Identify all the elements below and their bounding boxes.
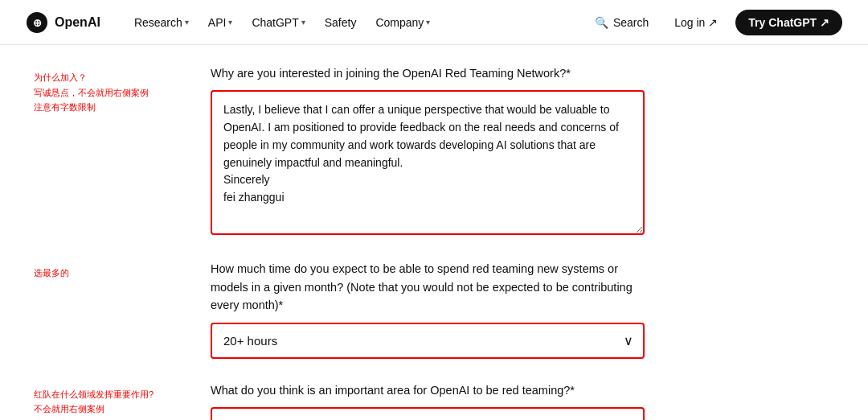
form-block-time: How much time do you expect to be able t… [211, 260, 834, 358]
annotation-why-join-block: 为什么加入？ 写诚恳点，不会就用右侧案例 注意有字数限制 [34, 71, 194, 114]
nav-company-chevron: ▾ [426, 18, 430, 27]
form-row-why-join: 为什么加入？ 写诚恳点，不会就用右侧案例 注意有字数限制 Why are you… [34, 64, 834, 237]
nav-api-chevron: ▾ [228, 18, 232, 27]
nav-right: 🔍 Search Log in ↗ Try ChatGPT ↗ [587, 10, 842, 35]
login-button[interactable]: Log in ↗ [666, 11, 726, 34]
q2-label: How much time do you expect to be able t… [211, 260, 645, 314]
openai-wordmark: OpenAI [55, 15, 100, 30]
openai-logo[interactable]: ⊕ OpenAI [26, 11, 100, 34]
navigation: ⊕ OpenAI Research ▾ API ▾ ChatGPT ▾ Safe… [0, 0, 868, 45]
form-block-important-area: What do you think is an important area f… [211, 381, 834, 420]
annotation-important-line2: 不会就用右侧案例 [34, 402, 194, 416]
annotation-time-block: 选最多的 [34, 266, 194, 280]
nav-api[interactable]: API ▾ [200, 11, 241, 34]
annotation-why-join-line3: 注意有字数限制 [34, 101, 194, 114]
q3-textarea[interactable] [211, 407, 645, 420]
annotation-why-join-line1: 为什么加入？ [34, 71, 194, 84]
nav-research-chevron: ▾ [185, 18, 189, 27]
search-label: Search [613, 16, 649, 29]
search-icon: 🔍 [595, 16, 608, 29]
q3-textarea-wrapper [211, 407, 645, 420]
nav-research[interactable]: Research ▾ [126, 11, 197, 34]
form-row-time: 选最多的 How much time do you expect to be a… [34, 260, 834, 358]
annotation-important-block: 红队在什么领域发挥重要作用? 不会就用右侧案例 注意有字数限制 [34, 388, 194, 420]
q1-label: Why are you interested in joining the Op… [211, 64, 645, 82]
q1-textarea[interactable] [211, 90, 645, 235]
nav-company[interactable]: Company ▾ [367, 11, 438, 34]
q3-label: What do you think is an important area f… [211, 381, 645, 399]
nav-safety[interactable]: Safety [317, 11, 365, 34]
q1-textarea-wrapper [211, 90, 645, 237]
annotation-important-line1: 红队在什么领域发挥重要作用? [34, 388, 194, 401]
q2-select[interactable]: 20+ hours 10–20 hours 5–10 hours 1–5 hou… [211, 323, 645, 359]
annotation-time-line1: 选最多的 [34, 266, 194, 280]
nav-chatgpt[interactable]: ChatGPT ▾ [244, 11, 313, 34]
nav-company-label: Company [375, 16, 424, 29]
nav-links: Research ▾ API ▾ ChatGPT ▾ Safety Compan… [126, 11, 587, 34]
form-block-why-join: Why are you interested in joining the Op… [211, 64, 834, 237]
nav-chatgpt-label: ChatGPT [252, 16, 298, 29]
annotation-why-join: 为什么加入？ 写诚恳点，不会就用右侧案例 注意有字数限制 [34, 64, 211, 114]
main-content: 为什么加入？ 写诚恳点，不会就用右侧案例 注意有字数限制 Why are you… [8, 45, 860, 420]
nav-safety-label: Safety [325, 16, 357, 29]
annotation-why-join-line2: 写诚恳点，不会就用右侧案例 [34, 86, 194, 100]
form-row-important-area: 红队在什么领域发挥重要作用? 不会就用右侧案例 注意有字数限制 What do … [34, 381, 834, 420]
try-chatgpt-button[interactable]: Try ChatGPT ↗ [735, 10, 842, 35]
nav-research-label: Research [134, 16, 182, 29]
q2-select-wrapper: 20+ hours 10–20 hours 5–10 hours 1–5 hou… [211, 323, 645, 359]
login-label: Log in ↗ [674, 16, 718, 29]
svg-text:⊕: ⊕ [33, 17, 42, 29]
search-button[interactable]: 🔍 Search [587, 11, 657, 34]
annotation-important-area: 红队在什么领域发挥重要作用? 不会就用右侧案例 注意有字数限制 [34, 381, 211, 420]
nav-chatgpt-chevron: ▾ [301, 18, 305, 27]
try-chatgpt-label: Try ChatGPT ↗ [748, 16, 829, 29]
annotation-time: 选最多的 [34, 260, 211, 280]
openai-logo-icon: ⊕ [26, 11, 48, 34]
nav-api-label: API [208, 16, 227, 29]
